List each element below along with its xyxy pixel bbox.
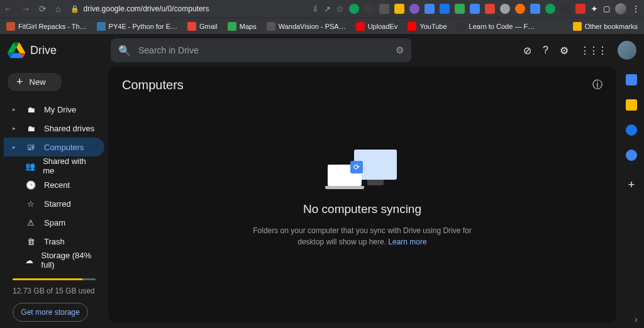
caret-icon: ▸ (13, 125, 18, 131)
sidebar-item-label: Storage (84% full) (42, 251, 96, 270)
folder-icon: 🖿 (25, 105, 36, 114)
spam-icon: ⚠ (25, 218, 36, 227)
contacts-icon[interactable] (626, 150, 637, 161)
profile-avatar[interactable] (615, 3, 626, 14)
bookmark-item[interactable]: WandaVision - PSA… (267, 22, 346, 31)
add-addon-icon[interactable]: + (628, 178, 635, 192)
main: + New ▸🖿My Drive▸🖿Shared drives▸🖳Compute… (0, 67, 644, 328)
sidebar-item-star[interactable]: ☆Starred (4, 194, 104, 213)
computer-icon: 🖳 (25, 143, 36, 152)
bookmark-item[interactable]: UploadEv (356, 22, 398, 31)
ext-icon[interactable] (545, 4, 555, 14)
sidebar-item-label: Spam (44, 218, 65, 227)
favicon-icon (187, 22, 196, 31)
ext-icon[interactable] (530, 4, 540, 14)
sidebar-item-people[interactable]: 👥Shared with me (4, 156, 104, 175)
keep-icon[interactable] (626, 99, 637, 111)
sidebar-item-spam[interactable]: ⚠Spam (4, 213, 104, 232)
new-button[interactable]: + New (8, 73, 62, 91)
ext-icon[interactable] (364, 4, 374, 14)
share-icon[interactable]: ↗ (324, 4, 331, 14)
storage-text: 12.73 GB of 15 GB used (13, 287, 96, 295)
ext-icon[interactable] (379, 4, 389, 14)
hide-panel-icon[interactable]: › (635, 314, 638, 324)
ext-icon[interactable] (455, 4, 465, 14)
bookmark-item[interactable]: FitGirl Repacks - Th… (6, 22, 87, 31)
ext-icon[interactable] (425, 4, 435, 14)
extensions-icon[interactable]: ✦ (591, 4, 598, 14)
sidebar-item-trash[interactable]: 🗑Trash (4, 232, 104, 251)
calendar-icon[interactable] (626, 74, 637, 85)
nav: ▸🖿My Drive▸🖿Shared drives▸🖳Computers👥Sha… (4, 100, 104, 270)
settings-icon[interactable]: ⚙ (560, 45, 569, 57)
window-icon[interactable]: ▢ (603, 4, 610, 13)
bookmark-item[interactable]: Learn to Code — F… (457, 22, 535, 31)
bookmarks-bar: FitGirl Repacks - Th…PY4E - Python for E… (0, 18, 644, 34)
favicon-icon (228, 22, 236, 31)
bookmark-item[interactable]: Gmail (187, 22, 218, 31)
browser-nav: ← → ⟳ ⌂ (4, 4, 60, 14)
ext-icon[interactable] (409, 4, 419, 14)
people-icon: 👥 (25, 161, 35, 171)
get-storage-button[interactable]: Get more storage (13, 303, 88, 322)
plus-icon: + (16, 75, 23, 89)
empty-state: ⟳ No computers syncing Folders on your c… (122, 82, 602, 312)
home-icon[interactable]: ⌂ (55, 4, 60, 14)
address-bar[interactable]: 🔒 drive.google.com/drive/u/0/computers (70, 4, 209, 13)
ext-icon[interactable] (575, 4, 586, 14)
ext-icon[interactable] (500, 4, 510, 14)
ext-icon[interactable] (349, 4, 359, 14)
sidebar-item-shared[interactable]: ▸🖿Shared drives (4, 119, 104, 138)
ext-icon[interactable] (560, 4, 570, 14)
ext-icon[interactable] (470, 4, 480, 14)
sidebar-item-computer[interactable]: ▸🖳Computers (4, 138, 104, 156)
star-icon: ☆ (25, 199, 36, 209)
drive-icon (8, 41, 25, 59)
sidebar-item-label: Recent (44, 180, 70, 190)
caret-icon: ▸ (13, 106, 18, 112)
sidebar-item-label: My Drive (44, 105, 76, 114)
favicon-icon (408, 22, 416, 31)
search-box[interactable]: 🔍 ⚙ (111, 38, 411, 62)
header-actions: ⊘ ? ⚙ ⋮⋮⋮ (523, 41, 636, 60)
apps-icon[interactable]: ⋮⋮⋮ (580, 45, 606, 57)
favicon-icon (267, 22, 275, 31)
tasks-icon[interactable] (626, 124, 637, 136)
forward-icon[interactable]: → (21, 4, 30, 14)
back-icon[interactable]: ← (4, 4, 13, 14)
bookmark-item[interactable]: YouTube (408, 22, 447, 31)
menu-icon[interactable]: ⋮ (631, 4, 640, 14)
account-avatar[interactable] (618, 41, 636, 60)
empty-title: No computers syncing (303, 202, 421, 216)
learn-more-link[interactable]: Learn more (388, 238, 426, 246)
url-text: drive.google.com/drive/u/0/computers (83, 4, 209, 13)
storage-section: 12.73 GB of 15 GB used Get more storage (4, 270, 104, 322)
install-icon[interactable]: ⇩ (312, 4, 319, 14)
help-icon[interactable]: ? (543, 45, 548, 56)
ext-icon[interactable] (485, 4, 495, 14)
sidebar-item-cloud[interactable]: ☁Storage (84% full) (4, 251, 104, 270)
ext-icon[interactable] (440, 4, 450, 14)
drive-logo[interactable]: Drive (8, 41, 102, 59)
star-icon[interactable]: ☆ (336, 4, 344, 14)
reload-icon[interactable]: ⟳ (39, 4, 47, 14)
content: Computers ⓘ ⟳ No computers syncing Folde… (108, 67, 616, 323)
favicon-icon (356, 22, 365, 31)
empty-subtitle: Folders on your computer that you sync w… (243, 225, 482, 248)
ext-icon[interactable] (515, 4, 525, 14)
search-options-icon[interactable]: ⚙ (396, 45, 404, 56)
clock-icon: 🕒 (25, 180, 36, 190)
search-input[interactable] (138, 45, 388, 55)
cloud-icon: ☁ (25, 256, 34, 265)
sidebar-item-label: Shared with me (43, 156, 96, 175)
favicon-icon (97, 22, 106, 31)
bookmark-item[interactable]: PY4E - Python for E… (97, 22, 177, 31)
offline-icon[interactable]: ⊘ (523, 45, 531, 57)
bookmark-item[interactable]: Maps (228, 22, 257, 31)
sidebar-item-clock[interactable]: 🕒Recent (4, 175, 104, 194)
app-name: Drive (30, 44, 57, 57)
other-bookmarks[interactable]: Other bookmarks (573, 22, 638, 31)
ext-icon[interactable] (394, 4, 404, 14)
sidebar-item-folder[interactable]: ▸🖿My Drive (4, 100, 104, 119)
search-icon: 🔍 (118, 45, 131, 57)
